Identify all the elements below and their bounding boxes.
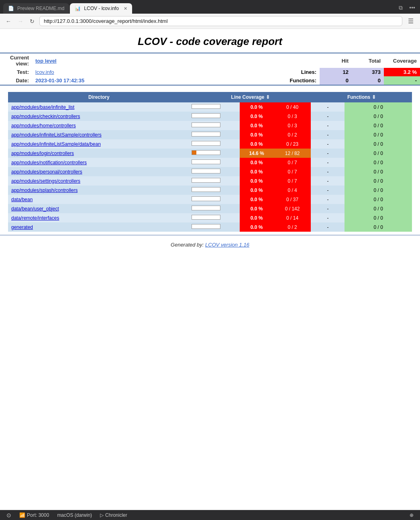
bar-cell: [190, 121, 240, 130]
lcov-version-link[interactable]: LCOV version 1.16: [205, 242, 249, 248]
location-icon: ⊙: [6, 512, 11, 518]
dir-cell: data/bean/user_object: [8, 204, 190, 213]
tab-split-button[interactable]: ⧉: [397, 4, 404, 12]
col-hit-label: Hit: [320, 53, 352, 68]
dir-link[interactable]: app/modules/notification/controllers: [11, 160, 87, 165]
ratio-cell: 0 / 3: [274, 112, 311, 121]
lines-total: 373: [352, 68, 384, 76]
ratio-cell: 0 / 7: [274, 158, 311, 167]
functions-hit: 0: [320, 76, 352, 85]
dir-link[interactable]: app/modules/login/controllers: [11, 151, 74, 156]
func-dash-cell: -: [311, 186, 345, 195]
coverage-bar: [192, 169, 220, 173]
ratio-cell: 0 / 142: [274, 204, 311, 213]
status-bar: ⊙ 📶 Port: 3000 macOS (darwin) ▷ Chronicl…: [0, 510, 420, 520]
test-link[interactable]: lcov.info: [35, 69, 54, 75]
coverage-bar: [192, 224, 220, 229]
dir-link[interactable]: data/bean: [11, 197, 33, 202]
ratio-cell: 0 / 14: [274, 213, 311, 222]
coverage-bar: [192, 132, 220, 137]
ratio-cell: 0 / 3: [274, 121, 311, 130]
status-profile-icon: ⊕: [410, 512, 414, 518]
func-dash-cell: -: [311, 195, 345, 204]
browser-controls: ← → ↻ ☰: [0, 14, 420, 29]
browser-menu-button[interactable]: ☰: [406, 16, 416, 26]
bar-cell: [190, 102, 240, 112]
func-dash-cell: -: [311, 121, 345, 130]
dir-cell: data/remote/interfaces: [8, 213, 190, 222]
coverage-bar: [192, 206, 220, 210]
table-row: app/modules/infiniteListSample/controlle…: [8, 130, 412, 139]
bar-cell: [190, 167, 240, 176]
table-row: app/modules/personal/controllers 0.0 % 0…: [8, 167, 412, 176]
dir-cell: generated: [8, 222, 190, 232]
dir-cell: app/modules/personal/controllers: [8, 167, 190, 176]
ratio-cell: 0 / 7: [274, 176, 311, 186]
report-footer: Generated by: LCOV version 1.16: [0, 235, 420, 254]
dir-link[interactable]: app/modules/infiniteListSample/controlle…: [11, 132, 102, 138]
table-row: app/modules/base/infinite_list 0.0 % 0 /…: [8, 102, 412, 112]
table-row: app/modules/settings/controllers 0.0 % 0…: [8, 176, 412, 186]
current-view-link[interactable]: top level: [35, 58, 57, 64]
dir-link[interactable]: app/modules/personal/controllers: [11, 169, 82, 175]
tab-readme-icon: 📄: [8, 6, 14, 11]
lines-hit: 12: [320, 68, 352, 76]
coverage-bar: [192, 150, 220, 155]
func-ratio-cell: 0 / 0: [345, 139, 412, 149]
tab-readme[interactable]: 📄 Preview README.md: [3, 3, 69, 14]
coverage-bar: [192, 159, 220, 164]
address-bar[interactable]: [39, 16, 402, 26]
dir-link[interactable]: app/modules/infiniteListSample/data/bean: [11, 141, 101, 147]
ratio-cell: 0 / 4: [274, 186, 311, 195]
chronicler-label: Chronicler: [105, 512, 127, 518]
dir-link[interactable]: data/remote/interfaces: [11, 215, 59, 221]
func-ratio-cell: 0 / 0: [345, 167, 412, 176]
current-view-label: Current view:: [0, 53, 32, 68]
col-header-functions: Functions ⇕: [311, 92, 412, 102]
col-header-directory: Directory: [8, 92, 190, 102]
forward-button[interactable]: →: [16, 17, 25, 25]
dir-link[interactable]: data/bean/user_object: [11, 206, 59, 212]
table-row: data/remote/interfaces 0.0 % 0 / 14 - 0 …: [8, 213, 412, 222]
back-button[interactable]: ←: [4, 17, 13, 25]
pct-cell: 0.0 %: [240, 204, 274, 213]
reload-button[interactable]: ↻: [28, 17, 36, 25]
func-ratio-cell: 0 / 0: [345, 222, 412, 232]
dir-link[interactable]: app/modules/splash/controllers: [11, 188, 77, 193]
tab-lcov[interactable]: 📊 LCOV - lcov.info ✕: [70, 3, 132, 14]
dir-link[interactable]: app/modules/checkin/controllers: [11, 114, 80, 119]
dir-link[interactable]: app/modules/home/controllers: [11, 123, 76, 128]
report-title: LCOV - code coverage report: [0, 29, 420, 53]
dir-cell: app/modules/notification/controllers: [8, 158, 190, 167]
ratio-cell: 0 / 2: [274, 222, 311, 232]
dir-link[interactable]: app/modules/base/infinite_list: [11, 104, 74, 110]
status-os: macOS (darwin): [57, 512, 92, 518]
pct-cell: 0.0 %: [240, 176, 274, 186]
func-dash-cell: -: [311, 176, 345, 186]
status-wifi: 📶 Port: 3000: [19, 512, 49, 518]
func-ratio-cell: 0 / 0: [345, 121, 412, 130]
coverage-table: Directory Line Coverage ⇕ Functions ⇕ ap…: [8, 92, 412, 232]
ratio-cell: 0 / 37: [274, 195, 311, 204]
dir-cell: app/modules/infiniteListSample/controlle…: [8, 130, 190, 139]
wifi-icon: 📶: [19, 512, 25, 518]
pct-cell: 0.0 %: [240, 158, 274, 167]
dir-link[interactable]: generated: [11, 224, 33, 230]
col-coverage-label: Coverage: [384, 53, 420, 68]
table-row: generated 0.0 % 0 / 2 - 0 / 0: [8, 222, 412, 232]
func-ratio-cell: 0 / 0: [345, 204, 412, 213]
bar-cell: [190, 186, 240, 195]
table-row: app/modules/infiniteListSample/data/bean…: [8, 139, 412, 149]
dir-link[interactable]: app/modules/settings/controllers: [11, 178, 80, 184]
func-ratio-cell: 0 / 0: [345, 149, 412, 158]
functions-label: Functions:: [283, 76, 320, 85]
bar-cell: [190, 195, 240, 204]
table-row: app/modules/home/controllers 0.0 % 0 / 3…: [8, 121, 412, 130]
coverage-bar: [192, 122, 220, 127]
func-dash-cell: -: [311, 167, 345, 176]
coverage-bar: [192, 215, 220, 220]
page-content: LCOV - code coverage report Current view…: [0, 29, 420, 254]
test-label: Test:: [0, 68, 32, 76]
tab-close-button[interactable]: ✕: [124, 6, 127, 11]
tab-more-button[interactable]: •••: [408, 4, 417, 12]
